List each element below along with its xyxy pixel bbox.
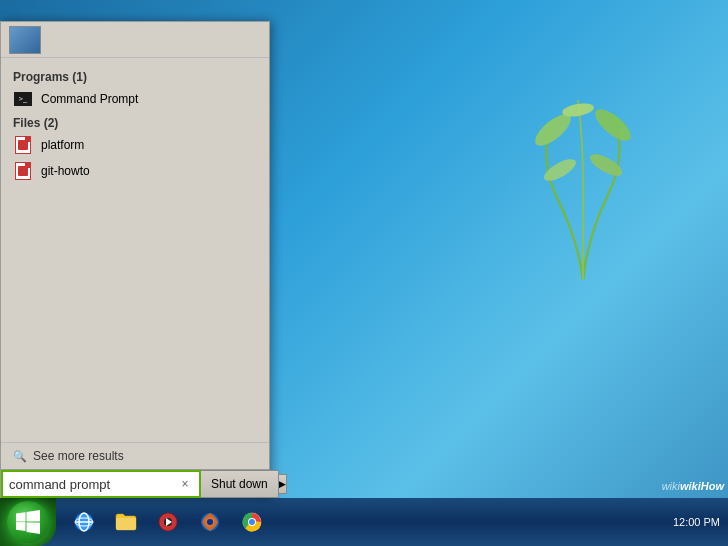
search-input[interactable] xyxy=(9,477,177,492)
platform-file-icon xyxy=(13,135,33,155)
taskbar-icons xyxy=(64,502,272,542)
wikihow-badge: wikiwikiHow xyxy=(662,480,724,492)
git-howto-file-icon xyxy=(13,161,33,181)
svg-point-1 xyxy=(590,104,635,146)
system-tray: 12:00 PM xyxy=(673,516,728,528)
search-results-area: Programs (1) >_ Command Prompt Files (2)… xyxy=(1,58,269,438)
start-button[interactable] xyxy=(0,498,56,546)
search-clear-button[interactable]: × xyxy=(177,476,193,492)
folder-icon[interactable] xyxy=(106,502,146,542)
shutdown-button[interactable]: Shut down xyxy=(201,470,279,498)
shutdown-arrow-icon: ▶ xyxy=(279,479,286,489)
search-small-icon: 🔍 xyxy=(13,450,27,463)
search-input-wrapper: × xyxy=(1,470,201,498)
desktop: Programs (1) >_ Command Prompt Files (2)… xyxy=(0,0,728,546)
shutdown-label: Shut down xyxy=(211,477,268,491)
command-prompt-item[interactable]: >_ Command Prompt xyxy=(1,86,269,112)
git-howto-file-label: git-howto xyxy=(41,164,90,178)
svg-point-15 xyxy=(207,519,213,525)
search-bar: × Shut down ▶ xyxy=(1,469,269,498)
platform-file-item[interactable]: platform xyxy=(1,132,269,158)
thumbnail-image xyxy=(9,26,41,54)
start-orb xyxy=(7,501,49,543)
desktop-plant xyxy=(518,60,648,290)
windows-logo xyxy=(16,510,40,534)
files-header: Files (2) xyxy=(1,112,269,132)
programs-header: Programs (1) xyxy=(1,66,269,86)
chrome-icon[interactable] xyxy=(232,502,272,542)
see-more-results[interactable]: 🔍 See more results xyxy=(1,442,269,469)
start-menu: Programs (1) >_ Command Prompt Files (2)… xyxy=(0,21,270,498)
svg-point-18 xyxy=(249,519,255,525)
see-more-label: See more results xyxy=(33,449,124,463)
shutdown-arrow-button[interactable]: ▶ xyxy=(279,474,287,494)
clock: 12:00 PM xyxy=(673,516,720,528)
git-howto-file-item[interactable]: git-howto xyxy=(1,158,269,184)
start-menu-top xyxy=(1,22,269,58)
firefox-icon[interactable] xyxy=(190,502,230,542)
ie-icon[interactable] xyxy=(64,502,104,542)
cmd-icon: >_ xyxy=(13,89,33,109)
taskbar: 12:00 PM xyxy=(0,498,728,546)
media-icon[interactable] xyxy=(148,502,188,542)
command-prompt-label: Command Prompt xyxy=(41,92,138,106)
platform-file-label: platform xyxy=(41,138,84,152)
